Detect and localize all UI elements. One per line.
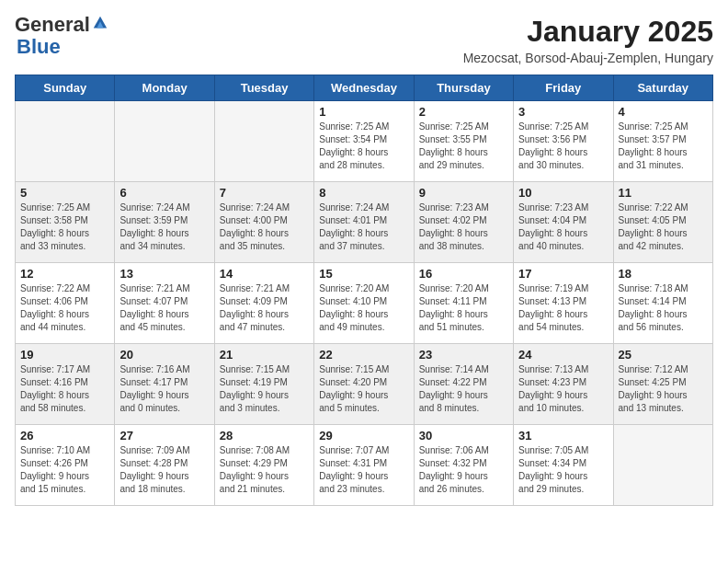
day-info: Sunrise: 7:06 AM Sunset: 4:32 PM Dayligh…	[419, 444, 508, 496]
day-info: Sunrise: 7:08 AM Sunset: 4:29 PM Dayligh…	[220, 444, 309, 496]
day-number: 4	[619, 105, 708, 119]
calendar-cell: 5Sunrise: 7:25 AM Sunset: 3:58 PM Daylig…	[16, 182, 115, 263]
week-row-2: 5Sunrise: 7:25 AM Sunset: 3:58 PM Daylig…	[16, 182, 713, 263]
day-number: 2	[419, 105, 508, 119]
day-info: Sunrise: 7:17 AM Sunset: 4:16 PM Dayligh…	[20, 363, 109, 415]
weekday-wednesday: Wednesday	[314, 75, 414, 101]
calendar-cell: 29Sunrise: 7:07 AM Sunset: 4:31 PM Dayli…	[314, 425, 414, 506]
day-number: 16	[419, 267, 508, 281]
day-info: Sunrise: 7:23 AM Sunset: 4:02 PM Dayligh…	[419, 201, 508, 253]
calendar-cell: 10Sunrise: 7:23 AM Sunset: 4:04 PM Dayli…	[514, 182, 613, 263]
day-number: 10	[518, 186, 608, 200]
month-title: January 2025	[463, 15, 713, 49]
day-info: Sunrise: 7:13 AM Sunset: 4:23 PM Dayligh…	[518, 363, 608, 415]
day-info: Sunrise: 7:20 AM Sunset: 4:11 PM Dayligh…	[419, 282, 508, 334]
calendar-cell	[613, 425, 712, 506]
day-info: Sunrise: 7:10 AM Sunset: 4:26 PM Dayligh…	[20, 444, 109, 496]
day-info: Sunrise: 7:22 AM Sunset: 4:06 PM Dayligh…	[20, 282, 109, 334]
day-info: Sunrise: 7:18 AM Sunset: 4:14 PM Dayligh…	[619, 282, 708, 334]
day-number: 25	[619, 348, 708, 362]
day-number: 18	[619, 267, 708, 281]
calendar: SundayMondayTuesdayWednesdayThursdayFrid…	[15, 75, 713, 506]
calendar-cell	[115, 101, 214, 182]
day-info: Sunrise: 7:07 AM Sunset: 4:31 PM Dayligh…	[319, 444, 408, 496]
calendar-cell: 31Sunrise: 7:05 AM Sunset: 4:34 PM Dayli…	[514, 425, 613, 506]
day-number: 20	[119, 348, 209, 362]
day-info: Sunrise: 7:25 AM Sunset: 3:58 PM Dayligh…	[20, 201, 109, 253]
calendar-cell: 18Sunrise: 7:18 AM Sunset: 4:14 PM Dayli…	[613, 263, 712, 344]
calendar-cell: 3Sunrise: 7:25 AM Sunset: 3:56 PM Daylig…	[514, 101, 613, 182]
day-info: Sunrise: 7:15 AM Sunset: 4:19 PM Dayligh…	[220, 363, 309, 415]
calendar-cell: 28Sunrise: 7:08 AM Sunset: 4:29 PM Dayli…	[214, 425, 313, 506]
calendar-cell: 17Sunrise: 7:19 AM Sunset: 4:13 PM Dayli…	[514, 263, 613, 344]
day-info: Sunrise: 7:23 AM Sunset: 4:04 PM Dayligh…	[518, 201, 608, 253]
weekday-friday: Friday	[514, 75, 613, 101]
day-info: Sunrise: 7:21 AM Sunset: 4:07 PM Dayligh…	[119, 282, 209, 334]
day-number: 1	[319, 105, 408, 119]
weekday-saturday: Saturday	[613, 75, 712, 101]
day-info: Sunrise: 7:25 AM Sunset: 3:57 PM Dayligh…	[619, 121, 708, 172]
week-row-3: 12Sunrise: 7:22 AM Sunset: 4:06 PM Dayli…	[16, 263, 713, 344]
calendar-cell: 15Sunrise: 7:20 AM Sunset: 4:10 PM Dayli…	[314, 263, 414, 344]
calendar-cell: 19Sunrise: 7:17 AM Sunset: 4:16 PM Dayli…	[16, 344, 115, 425]
day-number: 13	[119, 267, 209, 281]
day-number: 15	[319, 267, 408, 281]
day-number: 12	[20, 267, 109, 281]
day-number: 8	[319, 186, 408, 200]
day-info: Sunrise: 7:14 AM Sunset: 4:22 PM Dayligh…	[419, 363, 508, 415]
day-info: Sunrise: 7:12 AM Sunset: 4:25 PM Dayligh…	[619, 363, 708, 415]
weekday-tuesday: Tuesday	[214, 75, 313, 101]
calendar-cell: 23Sunrise: 7:14 AM Sunset: 4:22 PM Dayli…	[414, 344, 513, 425]
day-info: Sunrise: 7:19 AM Sunset: 4:13 PM Dayligh…	[518, 282, 608, 334]
day-number: 7	[220, 186, 309, 200]
week-row-4: 19Sunrise: 7:17 AM Sunset: 4:16 PM Dayli…	[16, 344, 713, 425]
calendar-cell: 21Sunrise: 7:15 AM Sunset: 4:19 PM Dayli…	[214, 344, 313, 425]
day-info: Sunrise: 7:24 AM Sunset: 3:59 PM Dayligh…	[119, 201, 209, 253]
day-number: 30	[419, 429, 508, 442]
calendar-cell: 20Sunrise: 7:16 AM Sunset: 4:17 PM Dayli…	[115, 344, 214, 425]
day-number: 19	[20, 348, 109, 362]
page-header: General Blue January 2025 Mezocsat, Bors…	[15, 15, 713, 65]
logo: General Blue	[15, 15, 108, 59]
day-info: Sunrise: 7:22 AM Sunset: 4:05 PM Dayligh…	[619, 201, 708, 253]
weekday-header-row: SundayMondayTuesdayWednesdayThursdayFrid…	[16, 75, 713, 101]
title-area: January 2025 Mezocsat, Borsod-Abauj-Zemp…	[463, 15, 713, 65]
calendar-cell: 12Sunrise: 7:22 AM Sunset: 4:06 PM Dayli…	[16, 263, 115, 344]
calendar-cell	[16, 101, 115, 182]
day-info: Sunrise: 7:24 AM Sunset: 4:01 PM Dayligh…	[319, 201, 408, 253]
calendar-cell: 1Sunrise: 7:25 AM Sunset: 3:54 PM Daylig…	[314, 101, 414, 182]
logo-general: General	[15, 15, 90, 35]
calendar-cell: 9Sunrise: 7:23 AM Sunset: 4:02 PM Daylig…	[414, 182, 513, 263]
calendar-cell: 27Sunrise: 7:09 AM Sunset: 4:28 PM Dayli…	[115, 425, 214, 506]
day-info: Sunrise: 7:24 AM Sunset: 4:00 PM Dayligh…	[220, 201, 309, 253]
calendar-cell: 2Sunrise: 7:25 AM Sunset: 3:55 PM Daylig…	[414, 101, 513, 182]
calendar-cell: 30Sunrise: 7:06 AM Sunset: 4:32 PM Dayli…	[414, 425, 513, 506]
day-info: Sunrise: 7:25 AM Sunset: 3:55 PM Dayligh…	[419, 121, 508, 172]
day-number: 17	[518, 267, 608, 281]
calendar-cell: 16Sunrise: 7:20 AM Sunset: 4:11 PM Dayli…	[414, 263, 513, 344]
day-number: 9	[419, 186, 508, 200]
day-number: 23	[419, 348, 508, 362]
calendar-cell: 11Sunrise: 7:22 AM Sunset: 4:05 PM Dayli…	[613, 182, 712, 263]
weekday-thursday: Thursday	[414, 75, 513, 101]
calendar-cell: 4Sunrise: 7:25 AM Sunset: 3:57 PM Daylig…	[613, 101, 712, 182]
day-number: 26	[20, 429, 109, 442]
day-info: Sunrise: 7:15 AM Sunset: 4:20 PM Dayligh…	[319, 363, 408, 415]
week-row-1: 1Sunrise: 7:25 AM Sunset: 3:54 PM Daylig…	[16, 101, 713, 182]
weekday-sunday: Sunday	[16, 75, 115, 101]
day-number: 11	[619, 186, 708, 200]
day-number: 14	[220, 267, 309, 281]
calendar-cell: 13Sunrise: 7:21 AM Sunset: 4:07 PM Dayli…	[115, 263, 214, 344]
day-number: 22	[319, 348, 408, 362]
calendar-cell: 25Sunrise: 7:12 AM Sunset: 4:25 PM Dayli…	[613, 344, 712, 425]
calendar-cell: 8Sunrise: 7:24 AM Sunset: 4:01 PM Daylig…	[314, 182, 414, 263]
subtitle: Mezocsat, Borsod-Abauj-Zemplen, Hungary	[463, 51, 713, 65]
day-number: 27	[119, 429, 209, 442]
calendar-cell: 26Sunrise: 7:10 AM Sunset: 4:26 PM Dayli…	[16, 425, 115, 506]
logo-icon	[92, 15, 108, 31]
day-number: 6	[119, 186, 209, 200]
calendar-cell: 22Sunrise: 7:15 AM Sunset: 4:20 PM Dayli…	[314, 344, 414, 425]
day-info: Sunrise: 7:09 AM Sunset: 4:28 PM Dayligh…	[119, 444, 209, 496]
calendar-cell: 14Sunrise: 7:21 AM Sunset: 4:09 PM Dayli…	[214, 263, 313, 344]
weekday-monday: Monday	[115, 75, 214, 101]
